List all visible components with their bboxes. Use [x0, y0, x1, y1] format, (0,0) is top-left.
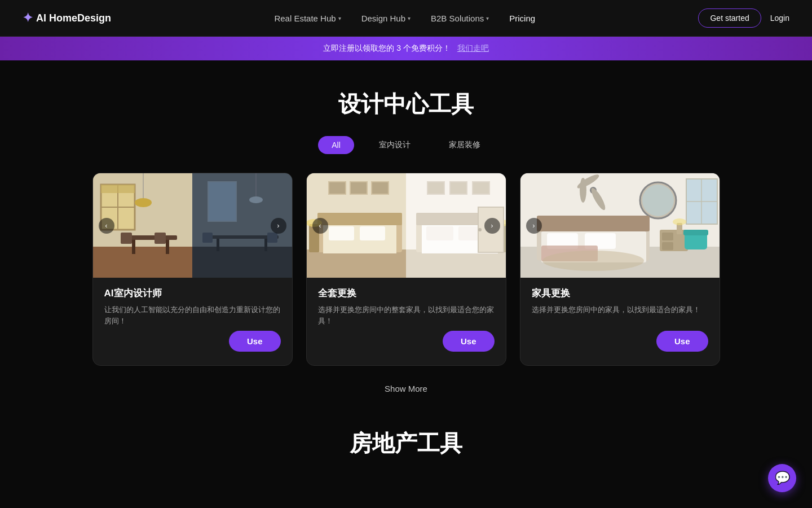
promo-link[interactable]: 我们走吧 [457, 43, 489, 52]
svg-rect-23 [202, 233, 213, 243]
card-body: 全套更换 选择并更换您房间中的整套家具，以找到最适合您的家具！ [307, 278, 506, 331]
card-desc: 让我们的人工智能以充分的自由和创造力重新设计您的房间！ [104, 304, 281, 326]
nav-pricing[interactable]: Pricing [509, 14, 535, 23]
nav-design-hub[interactable]: Design Hub ▾ [361, 14, 411, 23]
card-footer: Use [93, 331, 292, 352]
svg-rect-9 [132, 240, 135, 254]
card-footer: Use [520, 331, 720, 352]
card-title: AI室内设计师 [104, 287, 281, 300]
card-title: 全套更换 [318, 287, 495, 300]
svg-rect-36 [329, 226, 354, 240]
svg-rect-34 [317, 213, 402, 225]
svg-rect-77 [662, 242, 673, 250]
svg-rect-11 [121, 233, 132, 244]
svg-rect-18 [208, 182, 236, 221]
filter-tab-indoor-design[interactable]: 室内设计 [365, 135, 424, 155]
svg-point-61 [580, 178, 586, 203]
use-button[interactable]: Use [443, 331, 495, 352]
show-more-section: Show More [23, 384, 789, 394]
card-image [93, 173, 292, 278]
svg-rect-70 [537, 216, 650, 231]
show-more-button[interactable]: Show More [385, 384, 427, 393]
next-arrow[interactable]: › [484, 218, 500, 234]
cards-grid: ‹ › AI室内设计师 让我们的人工智能以充分的自由和创造力重新设计您的房间！ … [23, 173, 789, 366]
svg-rect-22 [264, 239, 267, 251]
chat-button[interactable]: 💬 [768, 464, 796, 492]
svg-rect-81 [683, 230, 708, 235]
filter-tab-home-renovation[interactable]: 家居装修 [435, 135, 494, 155]
card-footer: Use [307, 331, 506, 352]
card-desc: 选择并更换您房间中的整套家具，以找到最适合您的家具！ [318, 304, 495, 326]
nav-real-estate-hub[interactable]: Real Estate Hub ▾ [274, 14, 341, 23]
use-button[interactable]: Use [656, 331, 708, 352]
card-image-wrapper: ‹ › [93, 173, 292, 278]
svg-rect-30 [329, 182, 346, 194]
next-arrow[interactable]: › [526, 218, 542, 234]
nav-actions: Get started Login [698, 8, 789, 28]
card-image [307, 173, 506, 278]
nav-b2b-solutions[interactable]: B2B Solutions ▾ [431, 14, 489, 23]
svg-rect-8 [126, 235, 177, 240]
svg-rect-41 [406, 249, 506, 278]
logo[interactable]: ✦ AI HomeDesign [23, 11, 111, 25]
svg-point-14 [135, 198, 152, 207]
promo-banner: 立即注册以领取您的 3 个免费积分！ 我们走吧 [0, 37, 812, 60]
main-content: 设计中心工具 All 室内设计 家居装修 [0, 60, 812, 493]
card-body: AI室内设计师 让我们的人工智能以充分的自由和创造力重新设计您的房间！ [93, 278, 292, 331]
svg-rect-7 [101, 185, 135, 193]
card-furniture-swap: › 家具更换 选择并更换您房间中的家具，以找到最适合的家具！ Use [520, 173, 720, 366]
filter-tab-all[interactable]: All [318, 136, 354, 154]
svg-rect-24 [267, 233, 277, 243]
chevron-down-icon: ▾ [486, 15, 489, 21]
svg-rect-76 [662, 233, 673, 240]
svg-rect-12 [155, 233, 166, 244]
section-title-real-estate: 房地产工具 [23, 428, 789, 481]
svg-rect-28 [307, 249, 406, 278]
chevron-down-icon: ▾ [338, 15, 341, 21]
svg-point-79 [673, 218, 686, 225]
card-ai-designer: ‹ › AI室内设计师 让我们的人工智能以充分的自由和创造力重新设计您的房间！ … [92, 173, 293, 366]
card-image-wrapper: ‹ › [307, 173, 506, 278]
get-started-button[interactable]: Get started [698, 8, 761, 28]
filter-tabs: All 室内设计 家居装修 [23, 135, 789, 155]
svg-rect-21 [217, 239, 219, 251]
prev-arrow[interactable]: ‹ [99, 218, 114, 234]
use-button[interactable]: Use [229, 331, 281, 352]
svg-point-54 [478, 228, 482, 231]
card-body: 家具更换 选择并更换您房间中的家具，以找到最适合的家具！ [520, 278, 720, 331]
svg-rect-44 [450, 182, 467, 194]
logo-text: AI HomeDesign [36, 12, 111, 24]
svg-rect-1 [93, 247, 192, 278]
svg-point-26 [249, 196, 263, 203]
chevron-down-icon: ▾ [408, 15, 411, 21]
card-image-wrapper: › [520, 173, 720, 278]
card-full-swap: ‹ › 全套更换 选择并更换您房间中的整套家具，以找到最适合您的家具！ Use [306, 173, 506, 366]
logo-star-icon: ✦ [23, 11, 33, 25]
nav-links: Real Estate Hub ▾ Design Hub ▾ B2B Solut… [274, 14, 535, 23]
card-title: 家具更换 [532, 287, 708, 300]
svg-point-82 [542, 251, 644, 271]
svg-rect-31 [350, 182, 367, 194]
navbar: ✦ AI HomeDesign Real Estate Hub ▾ Design… [0, 0, 812, 37]
svg-rect-10 [166, 240, 169, 254]
next-arrow[interactable]: › [271, 218, 286, 234]
svg-rect-45 [473, 182, 489, 194]
svg-rect-37 [360, 226, 385, 240]
svg-rect-43 [427, 182, 444, 194]
card-image [520, 173, 720, 278]
login-button[interactable]: Login [770, 14, 789, 23]
prev-arrow[interactable]: ‹ [312, 218, 328, 234]
svg-point-64 [642, 185, 674, 216]
promo-text: 立即注册以领取您的 3 个免费积分！ [323, 43, 451, 52]
svg-rect-32 [372, 182, 389, 194]
svg-rect-16 [192, 247, 292, 278]
page-title: 设计中心工具 [23, 89, 789, 120]
card-desc: 选择并更换您房间中的家具，以找到最适合的家具！ [532, 304, 708, 316]
svg-rect-49 [426, 226, 453, 240]
